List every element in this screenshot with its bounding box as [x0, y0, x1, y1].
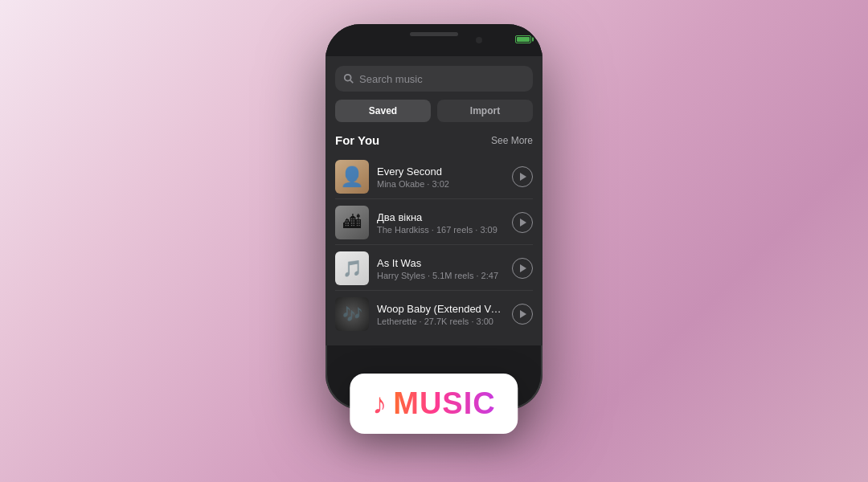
album-art-3	[335, 251, 369, 285]
play-button-2[interactable]	[512, 212, 533, 233]
phone-camera	[476, 37, 482, 43]
play-icon-4	[520, 310, 526, 318]
search-icon	[343, 73, 354, 84]
track-meta-2: The Hardkiss · 167 reels · 3:09	[377, 225, 504, 235]
track-item-1[interactable]: Every Second Mina Okabe · 3:02	[335, 155, 533, 199]
track-meta-1: Mina Okabe · 3:02	[377, 179, 504, 189]
see-more-button[interactable]: See More	[491, 135, 533, 146]
track-info-3: As It Was Harry Styles · 5.1M reels · 2:…	[377, 257, 504, 280]
album-art-2	[335, 206, 369, 239]
play-icon-1	[520, 173, 526, 181]
play-icon-3	[520, 264, 526, 272]
music-logo-card: ♪ MUSIC	[350, 374, 518, 434]
track-info-1: Every Second Mina Okabe · 3:02	[377, 165, 504, 189]
tab-import[interactable]: Import	[437, 100, 533, 122]
music-list: Every Second Mina Okabe · 3:02 Два вікна…	[335, 155, 533, 336]
phone-pill	[410, 32, 458, 36]
track-title-1: Every Second	[377, 165, 504, 178]
search-placeholder: Search music	[359, 73, 423, 85]
svg-line-1	[350, 80, 354, 84]
tab-saved[interactable]: Saved	[335, 100, 431, 122]
track-title-2: Два вікна	[377, 211, 504, 223]
play-button-1[interactable]	[512, 166, 533, 187]
play-button-3[interactable]	[512, 258, 533, 279]
phone-inner: Search music Saved Import For You See Mo…	[326, 24, 542, 410]
play-icon-2	[520, 219, 526, 227]
album-art-1	[335, 160, 369, 194]
play-button-4[interactable]	[512, 304, 533, 325]
screen-content: Search music Saved Import For You See Mo…	[326, 56, 542, 345]
phone-status-bar	[515, 35, 531, 43]
search-bar[interactable]: Search music	[335, 66, 533, 92]
track-meta-4: Letherette · 27.7K reels · 3:00	[377, 317, 504, 326]
section-title: For You	[335, 133, 379, 147]
phone-top-bar	[326, 24, 542, 56]
track-info-2: Два вікна The Hardkiss · 167 reels · 3:0…	[377, 211, 504, 235]
track-item-3[interactable]: As It Was Harry Styles · 5.1M reels · 2:…	[335, 247, 533, 291]
section-header: For You See More	[335, 133, 533, 147]
svg-point-0	[345, 75, 351, 81]
battery-fill	[517, 37, 530, 42]
track-info-4: Woop Baby (Extended Version) Letherette …	[377, 303, 504, 326]
music-logo-text: MUSIC	[393, 386, 495, 421]
track-title-3: As It Was	[377, 257, 504, 269]
track-meta-3: Harry Styles · 5.1M reels · 2:47	[377, 271, 504, 280]
album-art-4	[335, 297, 369, 331]
tab-bar: Saved Import	[335, 100, 533, 122]
phone-frame: Search music Saved Import For You See Mo…	[326, 24, 542, 410]
track-item-4[interactable]: Woop Baby (Extended Version) Letherette …	[335, 292, 533, 336]
track-item-2[interactable]: Два вікна The Hardkiss · 167 reels · 3:0…	[335, 201, 533, 245]
battery-icon	[515, 35, 531, 43]
track-title-4: Woop Baby (Extended Version)	[377, 303, 504, 315]
music-note-icon: ♪	[372, 390, 387, 419]
